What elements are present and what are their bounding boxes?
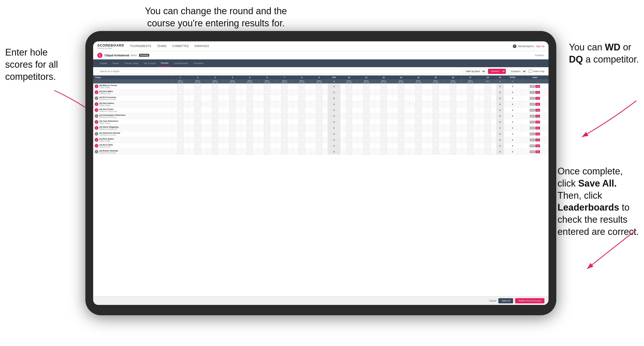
hole-8-score[interactable] <box>293 83 310 89</box>
hole-4-input[interactable] <box>229 137 235 142</box>
hole-11-score[interactable] <box>358 131 375 137</box>
hole-7-score[interactable] <box>276 131 293 137</box>
hole-5-input[interactable] <box>247 96 253 101</box>
hole-17-input[interactable] <box>467 108 473 112</box>
hole-16-input[interactable] <box>450 102 456 106</box>
wd-button[interactable]: WD <box>530 121 535 124</box>
hole-13-input[interactable] <box>398 90 404 95</box>
hole-6-input[interactable] <box>264 126 270 130</box>
hole-8-input[interactable] <box>299 108 305 112</box>
hole-2-input[interactable] <box>195 108 201 112</box>
wd-button[interactable]: WD <box>530 97 535 100</box>
hole-4-score[interactable] <box>224 89 241 95</box>
hole-17-score[interactable] <box>462 119 479 125</box>
hole-4-score[interactable] <box>224 95 241 101</box>
hole-12-score[interactable] <box>375 83 392 89</box>
hole-5-score[interactable] <box>241 101 258 107</box>
hole-9-input[interactable] <box>316 84 322 89</box>
hole-14-input[interactable] <box>415 137 421 142</box>
hole-7-score[interactable] <box>276 113 293 119</box>
hole-15-score[interactable] <box>427 131 444 137</box>
hole-15-input[interactable] <box>433 132 439 136</box>
hole-6-score[interactable] <box>258 119 276 125</box>
hole-8-input[interactable] <box>299 96 305 101</box>
hole-5-input[interactable] <box>247 149 253 154</box>
hole-6-input[interactable] <box>264 84 270 89</box>
hole-3-input[interactable] <box>212 108 218 112</box>
hole-17-score[interactable] <box>462 137 479 143</box>
hole-13-score[interactable] <box>392 119 410 125</box>
hole-10-input[interactable] <box>346 137 352 142</box>
hole-8-input[interactable] <box>299 102 305 106</box>
tab-teams[interactable]: Teams <box>110 60 122 67</box>
hole-6-score[interactable] <box>258 113 276 119</box>
hole-13-input[interactable] <box>398 114 404 118</box>
hole-18-input[interactable] <box>485 114 491 118</box>
hole-18-score[interactable] <box>479 137 496 143</box>
hole-3-input[interactable] <box>212 120 218 124</box>
hole-10-score[interactable] <box>340 113 358 119</box>
hole-11-input[interactable] <box>363 137 369 142</box>
hole-5-input[interactable] <box>247 102 253 106</box>
hole-11-score[interactable] <box>358 113 375 119</box>
hole-9-input[interactable] <box>316 143 322 148</box>
hole-15-input[interactable] <box>433 84 439 89</box>
hole-11-input[interactable] <box>363 90 369 95</box>
tab-tee-groups[interactable]: Tee Groups <box>141 60 158 67</box>
hole-6-score[interactable] <box>258 149 276 155</box>
hole-9-score[interactable] <box>310 95 328 101</box>
hole-13-score[interactable] <box>392 137 410 143</box>
hole-4-score[interactable] <box>224 101 241 107</box>
hole-14-score[interactable] <box>410 137 427 143</box>
hole-1-input[interactable] <box>177 96 183 101</box>
hole-18-input[interactable] <box>485 132 491 136</box>
hole-16-score[interactable] <box>444 113 462 119</box>
hole-18-input[interactable] <box>485 143 491 148</box>
hole-18-input[interactable] <box>485 137 491 142</box>
hole-8-score[interactable] <box>293 107 310 113</box>
hole-5-input[interactable] <box>247 120 253 124</box>
hole-8-score[interactable] <box>293 131 310 137</box>
hole-16-score[interactable] <box>444 95 462 101</box>
hole-16-input[interactable] <box>450 90 456 95</box>
hole-7-input[interactable] <box>281 126 287 130</box>
hole-12-input[interactable] <box>381 90 387 95</box>
hole-5-input[interactable] <box>247 126 253 130</box>
dq-button[interactable]: DQ <box>535 150 540 153</box>
hole-6-input[interactable] <box>264 132 270 136</box>
hole-16-score[interactable] <box>444 107 462 113</box>
hole-2-score[interactable] <box>189 113 206 119</box>
hole-12-input[interactable] <box>381 102 387 106</box>
hole-9-score[interactable] <box>310 89 328 95</box>
hole-15-score[interactable] <box>427 119 444 125</box>
hole-9-input[interactable] <box>316 96 322 101</box>
hole-9-input[interactable] <box>316 108 322 112</box>
wd-button[interactable]: WD <box>530 109 535 112</box>
totals-only-toggle[interactable]: Totals Only <box>529 70 544 73</box>
wd-button[interactable]: WD <box>530 133 535 135</box>
hole-7-score[interactable] <box>276 95 293 101</box>
hole-13-score[interactable] <box>392 101 410 107</box>
hole-2-input[interactable] <box>195 96 201 101</box>
hole-18-input[interactable] <box>485 84 491 89</box>
hole-12-input[interactable] <box>381 96 387 101</box>
hole-13-input[interactable] <box>398 84 404 89</box>
hole-2-score[interactable] <box>189 137 206 143</box>
hole-7-score[interactable] <box>276 149 293 155</box>
hole-17-input[interactable] <box>467 126 473 130</box>
hole-4-score[interactable] <box>224 131 241 137</box>
hole-7-score[interactable] <box>276 125 293 131</box>
hole-10-score[interactable] <box>340 125 358 131</box>
hole-2-input[interactable] <box>195 120 201 124</box>
hole-3-score[interactable] <box>206 113 224 119</box>
hole-17-score[interactable] <box>462 89 479 95</box>
hole-11-score[interactable] <box>358 119 375 125</box>
hole-8-input[interactable] <box>299 84 305 89</box>
hole-16-input[interactable] <box>450 126 456 130</box>
hole-15-input[interactable] <box>433 90 439 95</box>
sign-out-link[interactable]: Sign out <box>536 45 544 48</box>
hole-9-score[interactable] <box>310 107 328 113</box>
hole-3-score[interactable] <box>206 89 224 95</box>
hole-17-input[interactable] <box>467 114 473 118</box>
hole-7-score[interactable] <box>276 143 293 149</box>
